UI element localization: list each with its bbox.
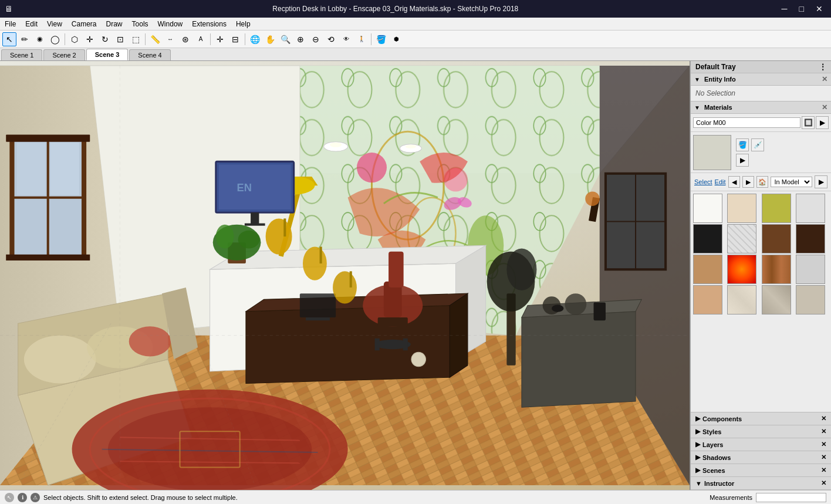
close-button[interactable]: ✕ (812, 3, 826, 15)
tool-rotate[interactable]: ↻ (98, 32, 112, 46)
scene-tab-2[interactable]: Scene 2 (43, 49, 85, 60)
mat-tool-sample[interactable]: 🪣 (736, 138, 749, 151)
menu-file[interactable]: File (0, 19, 21, 29)
nav-fwd-btn[interactable]: ▶ (742, 176, 754, 188)
tool-paint[interactable]: 🪣 (374, 32, 388, 46)
status-icon-3[interactable]: ⚠ (31, 493, 40, 502)
tool-eraser[interactable]: ◉ (33, 32, 47, 46)
swatch-texture[interactable] (727, 224, 756, 253)
scene-tab-1[interactable]: Scene 1 (1, 49, 42, 60)
menu-tools[interactable]: Tools (127, 19, 153, 29)
components-section: ▶ Components ✕ (691, 412, 831, 425)
svg-point-52 (303, 246, 327, 280)
tool-axes[interactable]: ✛ (213, 32, 227, 46)
layers-header[interactable]: ▶ Layers ✕ (691, 438, 831, 451)
swatch-stone[interactable] (762, 285, 791, 314)
tool-dimension[interactable]: ↔ (163, 32, 177, 46)
materials-header[interactable]: ▼ Materials ✕ (691, 102, 831, 114)
swatch-light-2[interactable] (796, 255, 825, 284)
tool-zoom-window[interactable]: ⊕ (293, 32, 308, 46)
swatches-area[interactable] (691, 191, 831, 412)
select-link[interactable]: Select (694, 178, 712, 185)
swatch-extra[interactable] (796, 285, 825, 314)
menu-help[interactable]: Help (231, 19, 255, 29)
menu-extensions[interactable]: Extensions (187, 19, 231, 29)
minimize-button[interactable]: ─ (778, 3, 791, 15)
edit-link[interactable]: Edit (715, 178, 726, 185)
instructor-close[interactable]: ✕ (821, 479, 826, 487)
tool-components[interactable]: ⬢ (389, 32, 403, 46)
tool-walk[interactable]: 🚶 (354, 32, 369, 46)
menu-window[interactable]: Window (153, 19, 188, 29)
swatch-yellow-green[interactable] (762, 194, 791, 223)
right-panel: Default Tray ⋮ ▼ Entity Info ✕ No Select… (690, 61, 831, 490)
measurements-input[interactable] (756, 493, 826, 502)
tool-pan[interactable]: ✋ (263, 32, 277, 46)
mat-tool-eyedrop[interactable]: 💉 (751, 138, 764, 151)
styles-header[interactable]: ▶ Styles ✕ (691, 425, 831, 438)
status-icon-2[interactable]: ℹ (18, 493, 27, 502)
tool-orbit[interactable]: 🌐 (248, 32, 262, 46)
tool-shape[interactable]: ◯ (48, 32, 62, 46)
menu-edit[interactable]: Edit (21, 19, 42, 29)
swatch-brown[interactable] (762, 224, 791, 253)
menu-view[interactable]: View (42, 19, 67, 29)
tool-push-pull[interactable]: ⬡ (67, 32, 82, 46)
swatch-fire[interactable] (727, 255, 756, 284)
material-sample-btn[interactable]: 🔲 (802, 116, 815, 129)
nav-home-btn[interactable]: 🏠 (756, 176, 768, 188)
entity-info-close[interactable]: ✕ (822, 75, 827, 83)
model-dropdown[interactable]: In Model (771, 177, 812, 187)
scenes-close[interactable]: ✕ (821, 466, 826, 474)
svg-rect-55 (350, 271, 352, 287)
svg-point-75 (565, 293, 586, 315)
instructor-header[interactable]: ▼ Instructor ✕ (691, 477, 831, 489)
components-close[interactable]: ✕ (821, 415, 826, 422)
tool-zoom-extents[interactable]: ⊖ (309, 32, 323, 46)
layers-close[interactable]: ✕ (821, 441, 826, 448)
shadows-close[interactable]: ✕ (821, 454, 826, 461)
styles-close[interactable]: ✕ (821, 428, 826, 435)
status-icon-1[interactable]: ↖ (5, 493, 14, 502)
swatch-black[interactable] (693, 224, 722, 253)
tool-move[interactable]: ✛ (83, 32, 97, 46)
scene-tab-3[interactable]: Scene 3 (86, 49, 129, 60)
paint-bucket-btn[interactable]: ▶ (815, 175, 827, 188)
tool-look-around[interactable]: 👁 (339, 32, 353, 46)
shadows-header[interactable]: ▶ Shadows ✕ (691, 451, 831, 464)
tool-zoom-previous[interactable]: ⟲ (324, 32, 338, 46)
swatch-wood[interactable] (762, 255, 791, 284)
entity-info-header[interactable]: ▼ Entity Info ✕ (691, 73, 831, 86)
tool-offset[interactable]: ⬚ (129, 32, 143, 46)
tool-tape[interactable]: 📏 (148, 32, 162, 46)
tool-zoom[interactable]: 🔍 (278, 32, 292, 46)
material-arrow-btn[interactable]: ▶ (816, 116, 829, 129)
maximize-button[interactable]: □ (796, 3, 808, 15)
tool-protractor[interactable]: ⊛ (178, 32, 192, 46)
tool-pencil[interactable]: ✏ (18, 32, 32, 46)
svg-rect-61 (375, 339, 380, 350)
window-controls[interactable]: ─ □ ✕ (778, 3, 826, 15)
swatch-figure[interactable] (693, 285, 722, 314)
components-header[interactable]: ▶ Components ✕ (691, 412, 831, 425)
tool-section[interactable]: ⊟ (228, 32, 242, 46)
scene-tab-4[interactable]: Scene 4 (129, 49, 170, 60)
swatch-linen[interactable] (727, 285, 756, 314)
swatch-dark-brown[interactable] (796, 224, 825, 253)
scenes-header[interactable]: ▶ Scenes ✕ (691, 464, 831, 476)
tool-text[interactable]: A (194, 32, 208, 46)
material-name-input[interactable] (693, 117, 800, 128)
swatch-cream[interactable] (727, 194, 756, 223)
swatch-light-gray[interactable] (796, 194, 825, 223)
menu-camera[interactable]: Camera (67, 19, 102, 29)
menu-draw[interactable]: Draw (102, 19, 127, 29)
materials-close[interactable]: ✕ (822, 103, 827, 111)
swatch-white[interactable] (693, 194, 722, 223)
tool-select[interactable]: ↖ (2, 32, 16, 46)
nav-back-btn[interactable]: ◀ (728, 176, 740, 188)
tray-options[interactable]: ⋮ (819, 63, 826, 71)
swatch-tan[interactable] (693, 255, 722, 284)
tool-scale[interactable]: ⊡ (113, 32, 127, 46)
mat-tool-arrow[interactable]: ▶ (736, 154, 749, 167)
viewport[interactable]: EN (0, 61, 690, 490)
